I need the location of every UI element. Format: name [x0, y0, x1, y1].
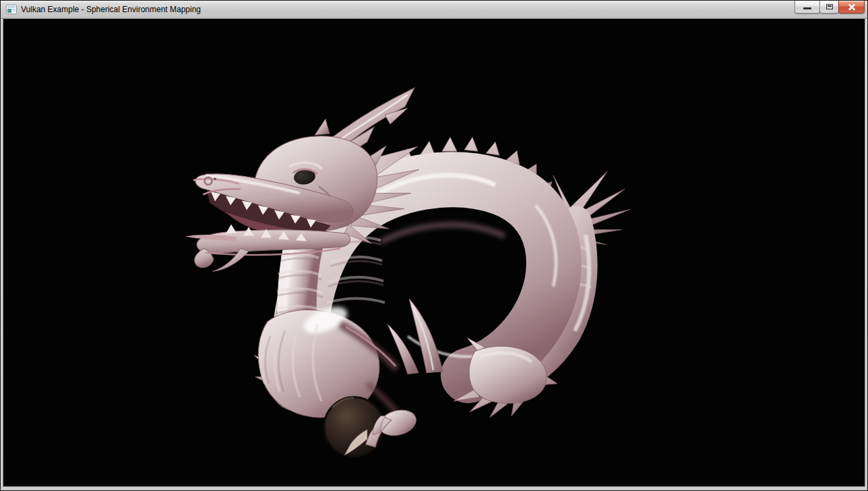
dragon-render [3, 19, 865, 486]
render-viewport[interactable] [3, 19, 865, 486]
minimize-button[interactable] [795, 1, 820, 13]
app-icon-line [12, 9, 16, 10]
close-button[interactable] [838, 1, 865, 13]
titlebar[interactable]: Vulkan Example - Spherical Environment M… [1, 1, 867, 19]
app-icon-pane [7, 9, 11, 13]
window-controls [795, 1, 865, 13]
app-icon [6, 5, 17, 14]
viewport-background [3, 19, 865, 486]
close-icon [847, 2, 857, 11]
maximize-icon [826, 4, 833, 9]
app-icon-titlebar-stripe [7, 6, 16, 8]
app-icon-line [12, 11, 16, 12]
window-title: Vulkan Example - Spherical Environment M… [21, 1, 201, 19]
app-window: Vulkan Example - Spherical Environment M… [0, 0, 868, 491]
window-frame [1, 19, 867, 490]
dragon-nostril [214, 177, 216, 180]
minimize-icon [803, 7, 811, 9]
maximize-button[interactable] [819, 1, 839, 13]
